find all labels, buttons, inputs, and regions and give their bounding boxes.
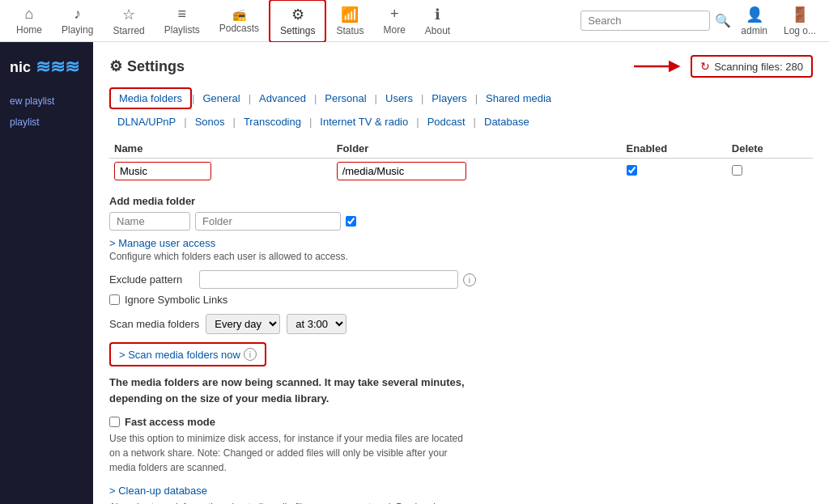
exclude-row: Exclude pattern i [109,270,813,289]
sidebar-new-playlist[interactable]: ew playlist [0,91,93,112]
nav-more[interactable]: + More [374,1,415,40]
nav-podcasts-label: Podcasts [219,23,259,34]
add-name-input[interactable] [109,212,190,231]
search-input[interactable] [580,11,710,31]
nav-about-label: About [425,25,450,36]
playlists-icon: ≡ [177,6,186,23]
logout-icon: 🚪 [791,6,809,23]
settings-title-row: ⚙ Settings ↻ Scanning files: 280 [109,55,813,78]
scan-now-button[interactable]: > Scan media folders now i [109,342,266,366]
folder-enabled-checkbox[interactable] [627,165,637,176]
tab-transcoding[interactable]: Transcoding [236,112,309,131]
playing-icon: ♪ [74,6,81,23]
sidebar: nic ≋≋≋ ew playlist playlist [0,42,93,504]
settings-icon: ⚙ [291,6,304,23]
ignore-symbolic-label: Ignore Symbolic Links [125,294,227,306]
search-bar: 🔍 [580,11,731,31]
fast-access-label: Fast access mode [109,416,813,428]
red-arrow-icon [634,57,682,76]
scan-icon: ↻ [700,60,710,73]
nav-settings[interactable]: ⚙ Settings [269,0,326,43]
ignore-symbolic-row: Ignore Symbolic Links [109,294,813,306]
scan-now-info-icon[interactable]: i [244,348,257,361]
nav-starred[interactable]: ☆ Starred [103,1,154,41]
add-media-label: Add media folder [109,195,813,207]
tab-media-folders[interactable]: Media folders [109,87,192,109]
cleanup-desc: Airsonic stores information about all me… [109,500,466,504]
main-layout: nic ≋≋≋ ew playlist playlist ⚙ Settings … [0,42,829,504]
nav-podcasts[interactable]: 📻 Podcasts [210,3,269,39]
col-name: Name [109,139,332,159]
sidebar-playlist[interactable]: playlist [0,112,93,133]
app-name: nic [10,59,31,76]
about-icon: ℹ [435,6,440,23]
logout-label: Log o... [784,25,816,36]
tab-users[interactable]: Users [377,89,421,108]
folder-name-input[interactable] [114,162,211,180]
scanning-message: The media folders are now being scanned.… [109,375,466,406]
col-folder: Folder [332,139,622,159]
manage-access-link[interactable]: > Manage user access [109,237,215,249]
settings-tabs-row2: DLNA/UPnP | Sonos | Transcoding | Intern… [109,112,813,131]
folder-table: Name Folder Enabled Delete [109,139,813,184]
gear-icon: ⚙ [109,57,122,75]
col-enabled: Enabled [622,139,727,159]
nav-more-label: More [384,24,406,36]
tab-shared-media[interactable]: Shared media [478,89,559,108]
logout-button[interactable]: 🚪 Log o... [777,1,823,41]
nav-playlists-label: Playlists [164,24,200,36]
nav-status[interactable]: 📶 Status [326,1,373,41]
col-delete: Delete [727,139,813,159]
logo-wave-icon: ≋≋≋ [36,57,79,78]
exclude-label: Exclude pattern [109,273,194,286]
nav-about[interactable]: ℹ About [415,1,460,41]
user-label: admin [741,25,767,36]
scan-frequency-select[interactable]: Every day [206,314,280,334]
user-icon: 👤 [746,6,763,23]
search-button[interactable]: 🔍 [715,13,731,28]
scan-folders-row: Scan media folders Every day at 3:00 [109,314,813,334]
fast-access-checkbox[interactable] [109,417,120,427]
nav-playing[interactable]: ♪ Playing [52,1,103,40]
add-enabled-checkbox[interactable] [346,216,356,227]
manage-access-desc: Configure which folders each user is all… [109,251,813,262]
nav-settings-label: Settings [280,25,315,36]
tab-dlna[interactable]: DLNA/UPnP [109,112,184,131]
tab-advanced[interactable]: Advanced [251,89,314,108]
folder-delete-checkbox[interactable] [732,165,742,176]
exclude-info-icon[interactable]: i [463,273,476,286]
scan-now-label: > Scan media folders now [119,349,240,361]
top-nav: ⌂ Home ♪ Playing ☆ Starred ≡ Playlists 📻… [0,0,829,42]
scanning-label: Scanning files: 280 [714,61,803,73]
fast-access-desc: Use this option to minimize disk access,… [109,431,466,475]
ignore-symbolic-checkbox[interactable] [109,294,120,305]
nav-playlists[interactable]: ≡ Playlists [155,1,210,40]
exclude-input[interactable] [199,270,458,289]
table-row [109,159,813,184]
tab-general[interactable]: General [194,89,248,108]
nav-playing-label: Playing [62,24,93,36]
more-icon: + [390,6,399,23]
podcasts-icon: 📻 [232,8,246,21]
folder-path-input[interactable] [337,162,466,180]
tab-sonos[interactable]: Sonos [187,112,233,131]
nav-home-label: Home [16,24,42,36]
scan-folders-label: Scan media folders [109,318,199,330]
tab-internet-tv[interactable]: Internet TV & radio [312,112,416,131]
cleanup-link[interactable]: > Clean-up database [109,485,813,497]
tab-podcast[interactable]: Podcast [419,112,474,131]
user-menu[interactable]: 👤 admin [731,1,777,41]
nav-home[interactable]: ⌂ Home [6,1,52,40]
scanning-badge: ↻ Scanning files: 280 [691,55,813,78]
tab-players[interactable]: Players [423,89,474,108]
settings-content: ⚙ Settings ↻ Scanning files: 280 Media f… [93,42,829,504]
tab-database[interactable]: Database [476,112,538,131]
nav-starred-label: Starred [113,25,144,36]
star-icon: ☆ [122,6,135,23]
settings-heading: ⚙ Settings [109,57,185,75]
tab-personal[interactable]: Personal [317,89,374,108]
add-folder-input[interactable] [195,212,341,231]
add-media-row [109,212,813,231]
scan-time-select[interactable]: at 3:00 [287,314,346,334]
settings-tabs-row1: Media folders | General | Advanced | Per… [109,87,813,109]
